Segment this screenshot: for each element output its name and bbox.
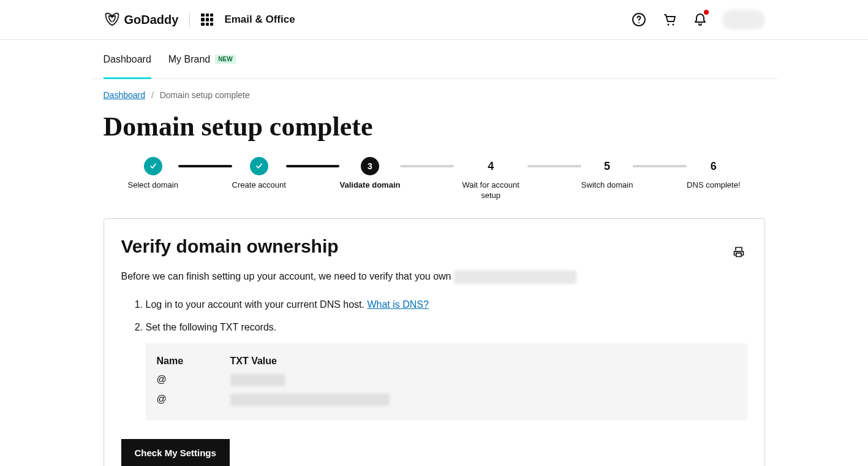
- step-4-circle: 4: [481, 157, 500, 175]
- breadcrumb: Dashboard / Domain setup complete: [104, 79, 765, 104]
- step-4-label: Wait for account setup: [454, 180, 527, 201]
- godaddy-logo[interactable]: GoDaddy: [104, 11, 179, 28]
- step-3-label: Validate domain: [339, 180, 400, 191]
- step-6-circle: 6: [704, 157, 723, 175]
- tab-dashboard[interactable]: Dashboard: [104, 40, 151, 78]
- breadcrumb-current: Domain setup complete: [160, 90, 250, 100]
- help-button[interactable]: [630, 11, 647, 28]
- check-settings-button[interactable]: Check My Settings: [121, 439, 230, 466]
- table-row: @: [157, 391, 736, 411]
- connector-2-3: [286, 165, 340, 167]
- breadcrumb-separator: /: [151, 90, 154, 100]
- instruction-2: Set the following TXT records.: [146, 319, 747, 337]
- instruction-1-text: Log in to your account with your current…: [146, 299, 368, 310]
- step-5-label: Switch domain: [581, 180, 633, 191]
- txt-name-2: @: [157, 394, 206, 408]
- txt-value-2-redacted: [230, 394, 390, 406]
- step-6-label: DNS complete!: [687, 180, 740, 191]
- svg-point-3: [672, 24, 674, 26]
- card-intro: Before we can finish setting up your acc…: [121, 269, 747, 284]
- txt-name-1: @: [157, 374, 206, 389]
- step-1-label: Select domain: [128, 180, 178, 191]
- print-icon: [733, 246, 745, 258]
- tab-mybrand-label: My Brand: [168, 54, 210, 65]
- verify-card: Verify domain ownership Before we can fi…: [104, 218, 765, 466]
- card-intro-text: Before we can finish setting up your acc…: [121, 271, 454, 281]
- step-1-circle: [144, 157, 162, 175]
- step-2-circle: [250, 157, 268, 175]
- connector-5-6: [633, 165, 687, 167]
- godaddy-logo-icon: [104, 11, 121, 28]
- help-icon: [632, 12, 646, 27]
- main-tabs: Dashboard My Brand NEW: [91, 40, 777, 79]
- name-header: Name: [157, 356, 206, 367]
- table-row: @: [157, 372, 736, 391]
- connector-3-4: [400, 165, 454, 167]
- tab-dashboard-label: Dashboard: [104, 54, 151, 65]
- cart-button[interactable]: [661, 11, 678, 28]
- svg-point-1: [638, 22, 640, 23]
- notifications-button[interactable]: [692, 11, 709, 28]
- domain-name-redacted: [454, 270, 576, 284]
- logo-text: GoDaddy: [124, 13, 179, 27]
- what-is-dns-link[interactable]: What is DNS?: [367, 299, 428, 310]
- card-title: Verify domain ownership: [121, 236, 747, 257]
- txt-records-table: Name TXT Value @ @: [146, 343, 747, 421]
- txt-value-1-redacted: [230, 374, 285, 386]
- check-icon: [149, 162, 157, 170]
- step-5-circle: 5: [598, 157, 616, 175]
- notification-dot: [704, 10, 709, 15]
- new-badge: NEW: [215, 55, 235, 64]
- check-icon: [255, 162, 263, 170]
- svg-point-2: [667, 24, 669, 26]
- product-name: Email & Office: [224, 13, 295, 26]
- header-divider: [189, 12, 190, 27]
- step-2-label: Create account: [232, 180, 286, 191]
- print-button[interactable]: [730, 243, 747, 261]
- connector-4-5: [527, 165, 581, 167]
- user-menu[interactable]: [722, 10, 765, 29]
- progress-stepper: Select domain Create account 3 Validate …: [104, 157, 765, 201]
- connector-1-2: [178, 165, 232, 167]
- instruction-1: Log in to your account with your current…: [146, 296, 747, 314]
- instructions-list: Log in to your account with your current…: [121, 296, 747, 337]
- cart-icon: [662, 12, 677, 27]
- step-3-circle: 3: [361, 157, 379, 175]
- breadcrumb-dashboard-link[interactable]: Dashboard: [104, 90, 146, 100]
- tab-mybrand[interactable]: My Brand NEW: [168, 40, 236, 78]
- page-title: Domain setup complete: [104, 111, 765, 142]
- apps-grid-icon[interactable]: [201, 13, 213, 26]
- value-header: TXT Value: [230, 356, 736, 367]
